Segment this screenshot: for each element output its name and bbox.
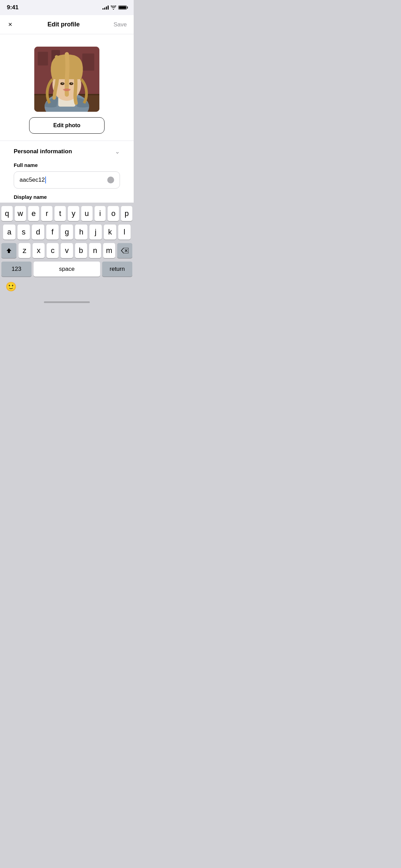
key-x[interactable]: x <box>33 243 45 258</box>
key-g[interactable]: g <box>61 225 73 240</box>
svg-point-12 <box>62 83 63 84</box>
key-j[interactable]: j <box>89 225 102 240</box>
keyboard-row-1: q w e r t y u i o p <box>1 206 132 221</box>
key-w[interactable]: w <box>15 206 26 221</box>
key-n[interactable]: n <box>89 243 101 258</box>
key-r[interactable]: r <box>41 206 52 221</box>
keyboard-row-2: a s d f g h j k l <box>1 225 132 240</box>
profile-photo <box>34 47 99 112</box>
display-name-label: Display name <box>14 194 120 203</box>
return-key[interactable]: return <box>102 262 132 277</box>
text-cursor <box>45 177 46 183</box>
key-y[interactable]: y <box>68 206 79 221</box>
keyboard-row-3: z x c v b n m <box>1 243 132 258</box>
key-o[interactable]: o <box>108 206 119 221</box>
clear-button[interactable] <box>107 177 114 183</box>
key-e[interactable]: e <box>28 206 39 221</box>
content-area: Edit photo Personal information ⌄ Full n… <box>0 34 134 203</box>
wifi-icon <box>111 5 116 10</box>
keyboard-bottom-bar: 🙂 <box>1 280 132 295</box>
full-name-label: Full name <box>14 162 120 168</box>
key-f[interactable]: f <box>46 225 59 240</box>
keyboard-row-bottom: 123 space return <box>1 262 132 277</box>
save-button[interactable]: Save <box>113 21 127 28</box>
svg-rect-1 <box>38 52 48 65</box>
close-button[interactable]: × <box>7 19 14 30</box>
personal-info-section: Personal information ⌄ Full name aac5ec1… <box>7 141 127 203</box>
status-icons <box>102 5 127 10</box>
key-p[interactable]: p <box>121 206 132 221</box>
backspace-key[interactable] <box>117 243 132 258</box>
key-v[interactable]: v <box>61 243 73 258</box>
key-a[interactable]: a <box>3 225 15 240</box>
keyboard: q w e r t y u i o p a s d f g h j k l z … <box>0 203 134 296</box>
emoji-button[interactable]: 🙂 <box>5 281 16 292</box>
key-u[interactable]: u <box>81 206 93 221</box>
home-indicator <box>0 296 134 308</box>
key-z[interactable]: z <box>19 243 31 258</box>
section-header: Personal information ⌄ <box>14 141 120 155</box>
home-indicator-bar <box>44 301 90 303</box>
profile-photo-image <box>34 47 99 112</box>
key-b[interactable]: b <box>75 243 87 258</box>
key-c[interactable]: c <box>47 243 59 258</box>
key-t[interactable]: t <box>54 206 66 221</box>
photo-section: Edit photo <box>7 41 127 141</box>
signal-icon <box>102 5 109 10</box>
key-q[interactable]: q <box>1 206 13 221</box>
nav-bar: × Edit profile Save <box>0 15 134 34</box>
battery-fill <box>119 6 126 9</box>
full-name-input[interactable]: aac5ec12 <box>14 171 120 189</box>
status-time: 9:41 <box>7 4 19 11</box>
svg-point-14 <box>63 88 70 91</box>
shift-key[interactable] <box>1 243 16 258</box>
page-title: Edit profile <box>47 21 80 28</box>
edit-photo-button[interactable]: Edit photo <box>29 117 105 134</box>
key-l[interactable]: l <box>118 225 131 240</box>
status-bar: 9:41 <box>0 0 134 15</box>
key-m[interactable]: m <box>103 243 115 258</box>
space-key[interactable]: space <box>34 262 100 277</box>
numbers-key[interactable]: 123 <box>1 262 32 277</box>
key-h[interactable]: h <box>75 225 87 240</box>
section-title: Personal information <box>14 148 72 155</box>
chevron-down-icon[interactable]: ⌄ <box>115 148 120 155</box>
key-i[interactable]: i <box>95 206 106 221</box>
svg-rect-3 <box>82 53 94 71</box>
key-k[interactable]: k <box>104 225 116 240</box>
key-d[interactable]: d <box>32 225 44 240</box>
battery-icon <box>118 5 127 10</box>
key-s[interactable]: s <box>17 225 30 240</box>
full-name-value: aac5ec12 <box>20 177 46 183</box>
svg-point-13 <box>71 83 72 84</box>
